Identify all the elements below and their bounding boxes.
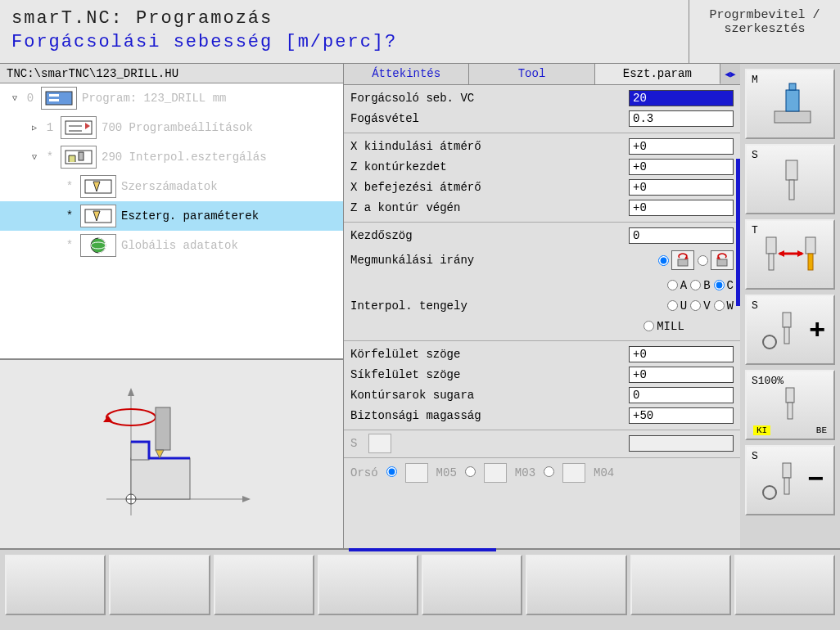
axis-b[interactable]: B xyxy=(690,279,710,292)
dir-ccw[interactable] xyxy=(698,250,734,270)
svg-marker-42 xyxy=(797,250,804,257)
svg-rect-22 xyxy=(131,442,149,460)
svg-rect-2 xyxy=(49,99,59,101)
zend-label: Z a kontúr végén xyxy=(350,201,622,214)
svg-rect-28 xyxy=(678,259,688,266)
circ-input[interactable] xyxy=(629,346,734,362)
scroll-indicator[interactable] xyxy=(736,159,740,306)
tree-item-icon xyxy=(61,146,97,169)
softkey-3[interactable] xyxy=(214,555,314,615)
tree-row[interactable]: * Szerszámadatok xyxy=(0,172,343,201)
spindle-ccw-icon xyxy=(562,463,585,483)
vc-input[interactable] xyxy=(629,90,734,106)
xend-label: X befejezési átmérő xyxy=(350,181,622,194)
program-tree[interactable]: ▽ 0 Program: 123_DRILL mm ▷ 1 700 Progra… xyxy=(0,83,343,358)
svg-rect-40 xyxy=(808,254,813,270)
svg-rect-3 xyxy=(65,121,92,134)
safe-input[interactable] xyxy=(629,407,734,424)
xstart-label: X kiindulási átmérő xyxy=(350,140,622,153)
flat-label: Síkfelület szöge xyxy=(350,368,622,381)
softkey-page-indicator xyxy=(349,548,496,551)
side-btn-s[interactable]: S xyxy=(745,144,835,214)
s-input[interactable] xyxy=(629,435,734,452)
softkey-1[interactable] xyxy=(5,555,106,615)
axis-w[interactable]: W xyxy=(714,299,734,313)
tool-icon xyxy=(750,151,830,208)
svg-rect-36 xyxy=(789,180,794,200)
corner-input[interactable] xyxy=(629,387,734,403)
svg-point-50 xyxy=(763,486,776,499)
prompt-text: Forgácsolási sebesség [m/perc]? xyxy=(11,32,677,52)
axis-a[interactable]: A xyxy=(667,279,687,292)
svg-marker-29 xyxy=(684,256,689,259)
xend-input[interactable] xyxy=(629,179,734,196)
svg-rect-45 xyxy=(783,313,791,327)
svg-rect-30 xyxy=(717,259,727,266)
feed-input[interactable] xyxy=(629,110,734,127)
svg-rect-1 xyxy=(49,94,59,97)
tree-row[interactable]: ▽ 0 Program: 123_DRILL mm xyxy=(0,83,343,113)
corner-label: Kontúrsarok sugara xyxy=(350,389,622,402)
dir-label: Megmunkálási irány xyxy=(350,254,588,267)
tree-item-icon xyxy=(80,175,116,198)
side-btn-s-plus[interactable]: S + xyxy=(745,295,835,365)
axis-label: Interpol. tengely xyxy=(350,299,588,313)
softkey-8[interactable] xyxy=(734,555,835,615)
softkey-7[interactable] xyxy=(630,555,731,615)
softkey-5[interactable] xyxy=(422,555,522,615)
startang-input[interactable] xyxy=(629,227,734,244)
tree-row[interactable]: ▷ 1 700 Programbeállítások xyxy=(0,113,343,142)
tree-row[interactable]: * Globális adatatok xyxy=(0,231,343,260)
spindle-default[interactable] xyxy=(386,466,397,480)
tool-change-icon xyxy=(750,226,830,283)
xstart-input[interactable] xyxy=(629,138,734,155)
tree-item-label: 290 Interpol.esztergálás xyxy=(102,151,267,164)
zstart-input[interactable] xyxy=(629,159,734,175)
softkey-6[interactable] xyxy=(526,555,626,615)
softkey-2[interactable] xyxy=(109,555,210,615)
side-btn-s100[interactable]: S100% KI BE xyxy=(745,370,835,440)
svg-rect-52 xyxy=(784,478,789,494)
tree-row[interactable]: * Eszterg. paraméterek xyxy=(0,201,343,231)
machine-icon xyxy=(750,75,830,133)
svg-text:−: − xyxy=(807,465,824,496)
svg-rect-49 xyxy=(788,403,793,419)
axis-mill[interactable]: MILL xyxy=(644,320,684,333)
tree-item-label: Eszterg. paraméterek xyxy=(121,209,259,223)
circ-label: Körfelület szöge xyxy=(350,348,622,361)
tab-overview[interactable]: Áttekintés xyxy=(344,64,469,84)
side-btn-t[interactable]: T xyxy=(745,219,835,290)
tool-minus-icon: − xyxy=(750,452,830,509)
spindle-m03[interactable] xyxy=(544,466,554,480)
side-btn-m[interactable]: M xyxy=(745,69,835,139)
spindle-s-icon xyxy=(368,434,391,453)
spindle-m05[interactable] xyxy=(465,466,476,480)
axis-v[interactable]: V xyxy=(690,299,710,313)
vc-label: Forgácsoló seb. VC xyxy=(350,92,622,105)
svg-rect-37 xyxy=(766,237,776,254)
svg-marker-20 xyxy=(103,416,113,422)
tool-plus-icon: + xyxy=(750,301,830,358)
side-btn-s-minus[interactable]: S − xyxy=(745,445,835,515)
svg-rect-8 xyxy=(79,152,84,160)
cw-icon xyxy=(671,250,694,270)
zend-input[interactable] xyxy=(629,200,734,216)
app-title: smarT.NC: Programozás xyxy=(11,8,677,29)
tree-item-label: 700 Programbeállítások xyxy=(102,121,253,134)
tab-params[interactable]: Eszt.param xyxy=(595,64,720,84)
tree-row[interactable]: ▽ * 290 Interpol.esztergálás xyxy=(0,142,343,172)
svg-rect-39 xyxy=(806,237,815,254)
axis-u[interactable]: U xyxy=(667,299,687,313)
svg-rect-21 xyxy=(131,458,190,499)
turning-preview-icon xyxy=(82,376,262,532)
dir-cw[interactable] xyxy=(658,250,694,270)
axis-c[interactable]: C xyxy=(714,279,734,292)
svg-marker-18 xyxy=(242,496,251,502)
spindle-cw-icon xyxy=(484,463,507,483)
tab-tool[interactable]: Tool xyxy=(469,64,594,84)
tab-scroll-icon[interactable]: ◀▶ xyxy=(720,64,740,84)
softkey-4[interactable] xyxy=(318,555,418,615)
svg-rect-46 xyxy=(784,327,789,344)
flat-input[interactable] xyxy=(629,367,734,383)
tree-item-icon xyxy=(80,205,116,227)
